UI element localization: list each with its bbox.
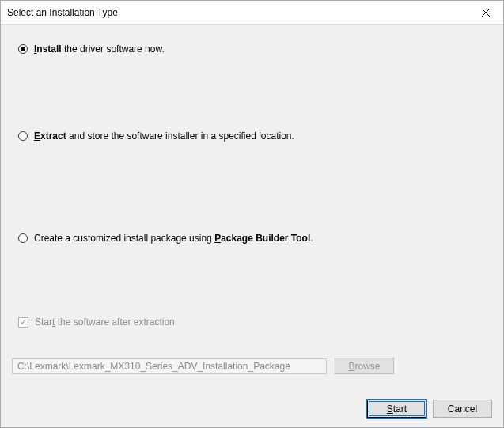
checkbox-start-after: Start the software after extraction	[18, 316, 175, 328]
option-package[interactable]: Create a customized install package usin…	[18, 233, 313, 244]
cancel-button[interactable]: Cancel	[433, 400, 492, 418]
radio-extract[interactable]	[18, 131, 28, 141]
radio-package[interactable]	[18, 233, 28, 243]
checkbox-start-after-box	[18, 317, 28, 328]
browse-button: Browse	[335, 358, 394, 374]
start-button[interactable]: Start	[367, 400, 426, 418]
option-install-label: Install the driver software now.	[34, 44, 165, 55]
titlebar: Select an Installation Type	[1, 1, 503, 25]
option-extract[interactable]: Extract and store the software installer…	[18, 131, 294, 142]
footer-buttons: Start Cancel	[367, 400, 492, 418]
content-area: Install the driver software now. Extract…	[1, 25, 503, 427]
close-button[interactable]	[468, 1, 503, 24]
window-title: Select an Installation Type	[1, 7, 468, 18]
option-install[interactable]: Install the driver software now.	[18, 44, 165, 55]
path-row: Browse	[12, 358, 394, 374]
option-extract-label: Extract and store the software installer…	[34, 131, 294, 142]
radio-install[interactable]	[18, 44, 28, 54]
option-package-label: Create a customized install package usin…	[34, 233, 313, 244]
path-input	[12, 358, 327, 374]
close-icon	[482, 9, 490, 17]
installer-dialog: Select an Installation Type Install the …	[0, 0, 504, 428]
checkbox-start-after-label: Start the software after extraction	[35, 316, 175, 328]
